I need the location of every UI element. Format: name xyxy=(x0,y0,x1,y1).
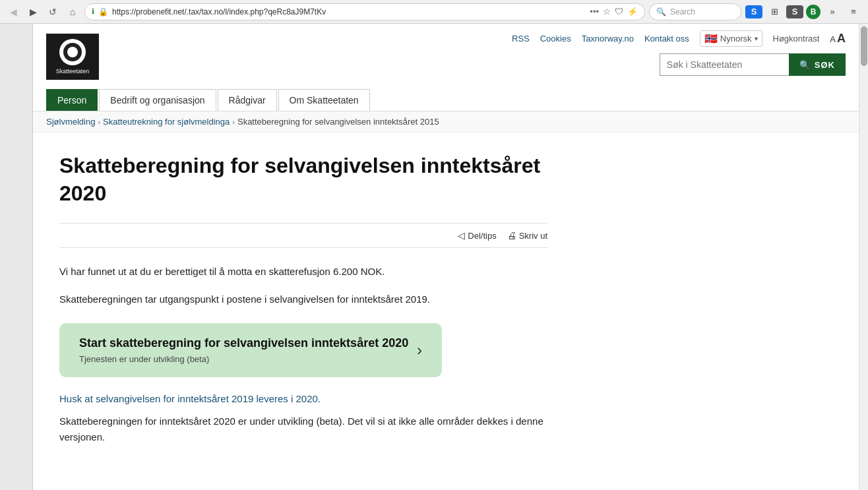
search-btn-label: SØK xyxy=(815,60,835,70)
header-top: Skatteetaten RSS Cookies Taxnorway.no Ko… xyxy=(46,30,846,82)
note-text: Husk at selvangivelsen for inntektsåret … xyxy=(59,393,547,404)
search-icon: 🔍 xyxy=(656,7,666,16)
cta-content: Start skatteberegning for selvangivelsen… xyxy=(79,336,408,364)
print-icon: 🖨 xyxy=(507,230,516,241)
language-arrow: ▾ xyxy=(755,35,758,42)
browser-toolbar: ◀ ▶ ↺ ⌂ ℹ 🔒 https://probenefit.net/.tax/… xyxy=(0,0,868,24)
search-placeholder: Search xyxy=(670,7,695,16)
scrollbar[interactable] xyxy=(859,24,868,490)
cta-title: Start skatteberegning for selvangivelsen… xyxy=(79,336,408,350)
site-search-input[interactable] xyxy=(660,53,789,76)
body-text: Skatteberegningen for inntektsåret 2020 … xyxy=(59,413,547,445)
rss-link[interactable]: RSS xyxy=(512,34,530,44)
logo-circle xyxy=(59,39,86,65)
flag-icon: 🇳🇴 xyxy=(704,32,718,45)
del-tips-label: Del/tips xyxy=(468,231,496,241)
more-dots[interactable]: ••• xyxy=(590,7,599,16)
logo-inner xyxy=(63,43,82,61)
article-actions: ◁ Del/tips 🖨 Skriv ut xyxy=(59,223,547,248)
browser-search-box[interactable]: 🔍 Search xyxy=(649,3,741,20)
del-tips-button[interactable]: ◁ Del/tips xyxy=(458,230,496,241)
breadcrumb-sep-2: › xyxy=(232,118,235,126)
breadcrumb: Sjølvmelding › Skatteutrekning for sjølv… xyxy=(33,111,859,133)
header-links: RSS Cookies Taxnorway.no Kontakt oss 🇳🇴 … xyxy=(512,30,846,47)
tab-person[interactable]: Person xyxy=(46,89,98,111)
font-size-large[interactable]: A xyxy=(837,32,846,46)
tab-bedrift[interactable]: Bedrift og organisasjon xyxy=(99,89,216,111)
page-wrapper: Skatteetaten RSS Cookies Taxnorway.no Ko… xyxy=(0,24,868,490)
skriv-ut-label: Skriv ut xyxy=(519,231,547,241)
scrollbar-thumb[interactable] xyxy=(861,26,867,66)
nav-tabs: Person Bedrift og organisasjon Rådgivar … xyxy=(46,89,846,111)
s-gray-icon[interactable]: S xyxy=(786,5,803,18)
article-content: Skatteberegning for selvangivelsen innte… xyxy=(33,133,574,474)
lightning-icon[interactable]: ⚡ xyxy=(627,7,638,16)
refund-text: Vi har funnet ut at du er berettiget til… xyxy=(59,264,547,280)
logo-box: Skatteetaten xyxy=(46,34,99,80)
logo-area: Skatteetaten xyxy=(46,34,99,80)
home-button[interactable]: ⌂ xyxy=(65,4,80,20)
browser-toolbar-icons: S ⊞ S B » ≡ xyxy=(745,3,863,21)
shield-icon[interactable]: 🛡 xyxy=(615,7,623,16)
main-content: Skatteetaten RSS Cookies Taxnorway.no Ko… xyxy=(33,24,859,490)
https-lock: 🔒 xyxy=(98,7,108,16)
article-title: Skatteberegning for selvangivelsen innte… xyxy=(59,152,547,207)
left-edge xyxy=(0,24,33,490)
address-icons: ••• ☆ 🛡 ⚡ xyxy=(590,7,638,16)
url-text: https://probenefit.net/.tax/tax.no/l/ind… xyxy=(112,7,586,16)
contact-link[interactable]: Kontakt oss xyxy=(644,34,689,44)
lock-icon: ℹ xyxy=(92,7,94,16)
site-search-button[interactable]: 🔍 SØK xyxy=(789,53,846,76)
forward-button[interactable]: ▶ xyxy=(25,4,41,20)
logo-text: Skatteetaten xyxy=(56,68,90,75)
menu-button[interactable]: ≡ xyxy=(844,3,863,21)
back-button[interactable]: ◀ xyxy=(5,4,21,20)
site-header: Skatteetaten RSS Cookies Taxnorway.no Ko… xyxy=(33,24,859,111)
breadcrumb-item-1[interactable]: Sjølvmelding xyxy=(46,117,95,127)
basis-text: Skatteberegningen tar utgangspunkt i pos… xyxy=(59,291,547,307)
language-selector[interactable]: 🇳🇴 Nynorsk ▾ xyxy=(700,30,762,47)
cta-arrow-icon: › xyxy=(417,341,422,359)
address-bar[interactable]: ℹ 🔒 https://probenefit.net/.tax/tax.no/l… xyxy=(84,3,645,20)
bookmark-icon[interactable]: ☆ xyxy=(603,7,611,16)
font-size-small[interactable]: A xyxy=(830,34,836,44)
breadcrumb-sep-1: › xyxy=(98,118,100,126)
skriv-ut-button[interactable]: 🖨 Skriv ut xyxy=(507,230,547,241)
breadcrumb-item-2[interactable]: Skatteutrekning for sjølvmeldinga xyxy=(103,117,230,127)
search-bar: 🔍 SØK xyxy=(660,53,846,76)
share-icon: ◁ xyxy=(458,230,465,241)
grid-icon[interactable]: ⊞ xyxy=(765,3,784,21)
header-right: RSS Cookies Taxnorway.no Kontakt oss 🇳🇴 … xyxy=(512,30,846,82)
cta-box[interactable]: Start skatteberegning for selvangivelsen… xyxy=(59,323,442,377)
contrast-button[interactable]: Høgkontrast xyxy=(773,34,820,44)
cookies-link[interactable]: Cookies xyxy=(540,34,571,44)
cta-subtitle: Tjenesten er under utvikling (beta) xyxy=(79,354,408,364)
reload-button[interactable]: ↺ xyxy=(45,4,61,20)
more-button[interactable]: » xyxy=(823,3,842,21)
breadcrumb-current: Skatteberegning for selvangivelsen innte… xyxy=(237,117,439,127)
font-size-controls: A A xyxy=(830,32,846,46)
tab-radgivar[interactable]: Rådgivar xyxy=(218,89,277,111)
language-label: Nynorsk xyxy=(720,34,752,44)
search-icon: 🔍 xyxy=(799,60,811,70)
g-green-icon[interactable]: B xyxy=(806,5,821,19)
article-body: Vi har funnet ut at du er berettiget til… xyxy=(59,264,547,307)
s-blue-icon[interactable]: S xyxy=(745,5,762,18)
tab-om[interactable]: Om Skatteetaten xyxy=(278,89,370,111)
taxnorway-link[interactable]: Taxnorway.no xyxy=(582,34,634,44)
